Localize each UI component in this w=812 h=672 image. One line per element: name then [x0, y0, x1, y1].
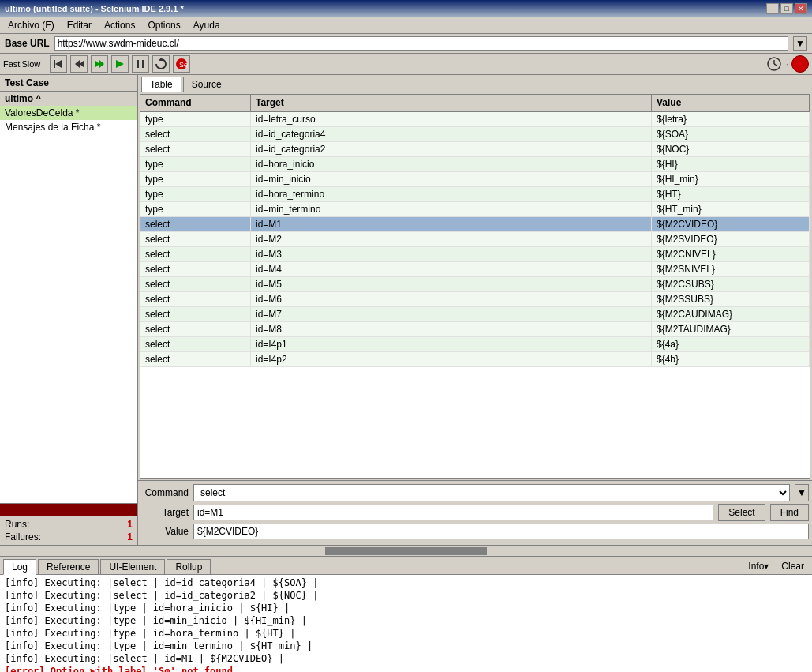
menu-item-editar[interactable]: Editar	[62, 19, 96, 32]
table-cell-target: id=min_termino	[251, 202, 652, 216]
base-url-dropdown[interactable]: ▼	[793, 36, 807, 51]
minimize-button[interactable]: —	[766, 3, 779, 14]
toolbar-separator: ·	[786, 58, 788, 69]
target-input[interactable]	[193, 505, 713, 520]
stats-area: Runs: 1 Failures: 1	[0, 516, 137, 545]
horizontal-scroll-area	[0, 545, 812, 556]
table-cell-target: id=I4p1	[251, 337, 652, 351]
command-table-container: CommandTargetValue typeid=letra_curso${l…	[140, 94, 810, 479]
command-field-label: Command	[141, 487, 189, 498]
table-cell-target: id=hora_termino	[251, 187, 652, 201]
svg-marker-2	[75, 60, 80, 68]
command-select[interactable]: select	[193, 484, 790, 501]
toolbar-btn-run-all[interactable]	[91, 55, 108, 73]
bottom-tab-rollup[interactable]: Rollup	[167, 559, 211, 574]
window-controls: — □ ✕	[766, 3, 807, 14]
toolbar-btn-step[interactable]	[152, 55, 170, 73]
table-row[interactable]: typeid=letra_curso${letra}	[140, 112, 810, 127]
table-row[interactable]: selectid=I4p2${4b}	[140, 352, 810, 367]
table-cell-value: ${SOA}	[652, 127, 810, 141]
tab-table[interactable]: Table	[141, 77, 181, 92]
log-line: [info] Executing: |select | id=id_catego…	[5, 576, 807, 589]
table-cell-command: select	[140, 247, 251, 261]
horizontal-scroll-track[interactable]	[0, 547, 812, 555]
table-row[interactable]: typeid=hora_termino${HT}	[140, 187, 810, 202]
right-panel: TableSource CommandTargetValue typeid=le…	[138, 75, 812, 545]
table-cell-command: select	[140, 232, 251, 246]
log-line: [info] Executing: |select | id=id_catego…	[5, 589, 807, 602]
base-url-bar: Base URL ▼	[0, 34, 812, 54]
test-case-item-1[interactable]: Mensajes de la Ficha *	[0, 120, 137, 134]
table-cell-target: id=min_inicio	[251, 172, 652, 186]
command-dropdown-arrow[interactable]: ▼	[795, 484, 809, 501]
test-suite-label: ultimo ^	[0, 92, 137, 106]
table-cell-target: id=M1	[251, 217, 652, 231]
record-button[interactable]	[791, 55, 809, 73]
svg-marker-5	[99, 60, 104, 68]
menu-item-options[interactable]: Options	[143, 19, 185, 32]
select-button[interactable]: Select	[718, 504, 765, 521]
table-row[interactable]: typeid=min_inicio${HI_min}	[140, 172, 810, 187]
table-cell-command: select	[140, 262, 251, 276]
table-row[interactable]: selectid=M2${M2SVIDEO}	[140, 232, 810, 247]
table-row[interactable]: selectid=M5${M2CSUBS}	[140, 277, 810, 292]
horizontal-scrollbar-thumb[interactable]	[325, 547, 488, 555]
find-button[interactable]: Find	[770, 504, 809, 521]
table-row[interactable]: typeid=min_termino${HT_min}	[140, 202, 810, 217]
bottom-tab-uielement[interactable]: UI-Element	[100, 559, 165, 574]
menu-item-archivof[interactable]: Archivo (F)	[3, 19, 59, 32]
clear-button[interactable]: Clear	[776, 560, 809, 573]
toolbar-left: Fast Slow Se	[3, 55, 190, 73]
svg-rect-7	[137, 60, 139, 68]
runs-value: 1	[127, 519, 133, 530]
table-row[interactable]: selectid=M3${M2CNIVEL}	[140, 247, 810, 262]
toolbar-btn-pause[interactable]	[132, 55, 149, 73]
toolbar-btn-selenium[interactable]: Se	[173, 55, 190, 73]
table-row[interactable]: selectid=M6${M2SSUBS}	[140, 292, 810, 307]
table-cell-command: select	[140, 217, 251, 231]
table-row[interactable]: typeid=hora_inicio${HI}	[140, 157, 810, 172]
table-row[interactable]: selectid=id_categoria4${SOA}	[140, 127, 810, 142]
progress-bar	[0, 504, 137, 516]
base-url-input[interactable]	[54, 36, 788, 51]
table-row[interactable]: selectid=M1${M2CVIDEO}	[140, 217, 810, 232]
failures-value: 1	[127, 531, 133, 542]
title-bar: ultimo (untitled suite) - Selenium IDE 2…	[0, 0, 812, 17]
main-layout: Test Case ultimo ^ ValoresDeCelda *Mensa…	[0, 75, 812, 545]
table-row[interactable]: selectid=I4p1${4a}	[140, 337, 810, 352]
table-cell-target: id=letra_curso	[251, 112, 652, 126]
svg-marker-4	[95, 60, 99, 68]
bottom-tab-log[interactable]: Log	[3, 559, 36, 575]
bottom-tab-reference[interactable]: Reference	[38, 559, 99, 574]
info-button[interactable]: Info▾	[743, 560, 773, 573]
table-cell-value: ${letra}	[652, 112, 810, 126]
table-cell-target: id=id_categoria4	[251, 127, 652, 141]
toolbar-btn-first[interactable]	[50, 55, 67, 73]
close-button[interactable]: ✕	[795, 3, 807, 14]
table-cell-target: id=M6	[251, 292, 652, 306]
table-cell-target: id=I4p2	[251, 352, 652, 366]
svg-rect-0	[54, 60, 55, 68]
table-cell-command: type	[140, 202, 251, 216]
value-input[interactable]	[193, 524, 809, 539]
menu-item-ayuda[interactable]: Ayuda	[189, 19, 225, 32]
tab-bar: TableSource	[138, 75, 812, 92]
speed-controls: Fast Slow	[3, 59, 40, 69]
speed-fast-label: Fast	[3, 59, 20, 69]
test-case-item-0[interactable]: ValoresDeCelda *	[0, 106, 137, 120]
table-row[interactable]: selectid=M7${M2CAUDIMAG}	[140, 307, 810, 322]
maximize-button[interactable]: □	[780, 3, 793, 14]
toolbar-btn-run[interactable]	[111, 55, 129, 73]
table-row[interactable]: selectid=id_categoria2${NOC}	[140, 142, 810, 157]
table-cell-value: ${M2CNIVEL}	[652, 247, 810, 261]
table-row[interactable]: selectid=M8${M2TAUDIMAG}	[140, 322, 810, 337]
target-field-label: Target	[141, 507, 189, 518]
base-url-label: Base URL	[5, 38, 50, 49]
tab-source[interactable]: Source	[183, 77, 230, 92]
menu-item-actions[interactable]: Actions	[99, 19, 140, 32]
table-row[interactable]: selectid=M4${M2SNIVEL}	[140, 262, 810, 277]
table-body[interactable]: typeid=letra_curso${letra}selectid=id_ca…	[140, 112, 810, 478]
toolbar-btn-prev[interactable]	[70, 55, 88, 73]
value-field-label: Value	[141, 526, 189, 537]
bottom-tab-bar: LogReferenceUI-ElementRollup Info▾ Clear	[0, 557, 812, 575]
